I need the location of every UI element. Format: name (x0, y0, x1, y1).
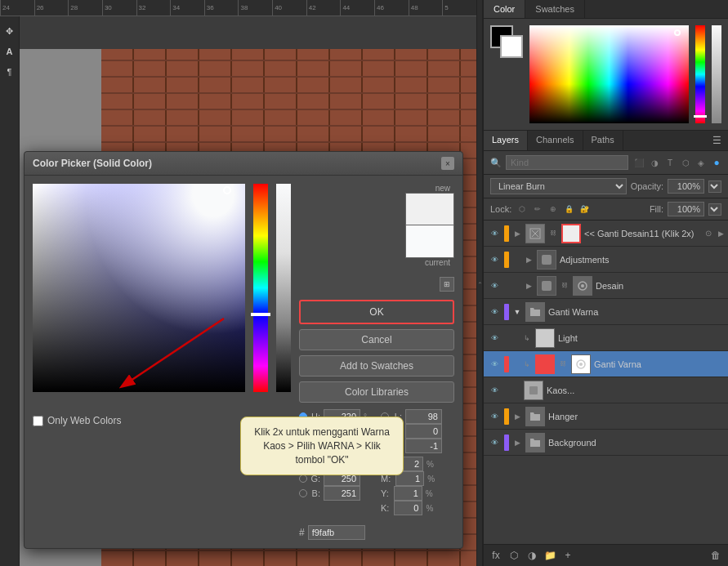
table-row[interactable]: 👁 ↳ ⛓ Ganti Varna (484, 351, 728, 377)
blue-rgb-radio[interactable] (299, 489, 307, 497)
eye-icon[interactable]: 👁 (488, 410, 501, 423)
lock-paint-icon[interactable]: ✏ (531, 203, 544, 216)
current-label: current (425, 258, 450, 267)
expand-icon[interactable]: ▶ (512, 229, 522, 238)
table-row[interactable]: 👁 ▶ Adjustments (484, 247, 728, 273)
filter-shape-icon[interactable]: ⬡ (679, 156, 692, 169)
layer-list: 👁 ▶ ⛓ << Ganti Desain11 (Klik 2x) ⊙ ▶ 👁 (484, 221, 728, 544)
paragraph-tool-btn[interactable]: ¶ (2, 64, 18, 80)
eye-icon[interactable]: 👁 (488, 332, 501, 345)
table-row[interactable]: 👁 ▶ ⛓ << Ganti Desain11 (Klik 2x) ⊙ ▶ (484, 221, 728, 247)
green-radio[interactable] (299, 475, 307, 483)
add-swatch-icon[interactable]: ⊞ (440, 277, 454, 292)
background-color[interactable] (500, 35, 523, 58)
move-tool-btn[interactable]: ✥ (2, 23, 18, 39)
ruler-mark: 5 (442, 0, 476, 16)
layer-mask-thumbnail (561, 224, 581, 243)
opacity-dropdown[interactable]: ▼ (708, 180, 721, 193)
expand-icon[interactable]: ▶ (524, 281, 534, 291)
add-style-button[interactable]: fx (489, 548, 503, 563)
layers-toolbar: 🔍 ⬛ ◑ T ⬡ ◈ ● (484, 151, 728, 175)
expand-icon[interactable]: ▼ (512, 307, 522, 317)
filter-adjustment-icon[interactable]: ◑ (648, 156, 661, 169)
table-row[interactable]: 👁 Kaos... (484, 377, 728, 403)
blue-rgb-input[interactable] (324, 486, 360, 501)
add-to-swatches-button[interactable]: Add to Swatches (299, 355, 454, 377)
hex-input[interactable] (308, 525, 365, 540)
tab-swatches[interactable]: Swatches (525, 0, 585, 18)
eye-icon[interactable]: 👁 (488, 358, 501, 371)
eye-icon[interactable]: 👁 (488, 279, 501, 292)
dialog-title: Color Picker (Solid Color) (33, 158, 152, 169)
new-layer-button[interactable]: + (561, 548, 575, 563)
filter-toggle-icon[interactable]: ● (710, 156, 723, 169)
tooltip-text: Klik 2x untuk mengganti Warna Kaos > Pil… (254, 426, 390, 466)
spectrum-white-overlay (529, 25, 689, 84)
layer-thumbnail (535, 354, 555, 374)
lock-move-icon[interactable]: 🔒 (562, 203, 575, 216)
lock-transparent-icon[interactable]: ⬡ (516, 203, 529, 216)
ruler-mark: 48 (409, 0, 443, 16)
ok-button[interactable]: OK (299, 300, 454, 324)
fill-dropdown[interactable]: ▼ (708, 203, 721, 216)
new-color-swatch[interactable] (405, 193, 454, 225)
K-input[interactable] (394, 501, 422, 515)
alpha-slider[interactable] (276, 184, 291, 392)
tab-layers[interactable]: Layers (484, 131, 528, 150)
ruler-mark: 42 (306, 0, 341, 16)
current-color-swatch[interactable] (405, 225, 454, 258)
table-row[interactable]: 👁 ▶ ⛓ Desain (484, 273, 728, 299)
opacity-input[interactable] (668, 179, 704, 194)
Y-input[interactable] (394, 486, 422, 501)
tab-color[interactable]: Color (484, 0, 525, 18)
new-fill-button[interactable]: ◑ (525, 548, 539, 563)
eye-icon[interactable]: 👁 (488, 384, 501, 397)
color-spectrum[interactable] (529, 25, 689, 123)
new-group-button[interactable]: 📁 (543, 548, 557, 563)
gradient-cursor (223, 186, 231, 194)
b-lab-input[interactable] (405, 439, 442, 453)
filter-type-icon[interactable]: T (663, 156, 677, 169)
blend-mode-select[interactable]: Linear Burn (490, 178, 627, 194)
lock-all-icon[interactable]: 🔐 (578, 203, 591, 216)
table-row[interactable]: 👁 ↳ Light (484, 325, 728, 351)
table-row[interactable]: 👁 ▶ Background (484, 430, 728, 456)
hue-slider[interactable] (253, 184, 268, 392)
lock-artboards-icon[interactable]: ⊕ (547, 203, 560, 216)
add-mask-button[interactable]: ⬡ (507, 548, 521, 563)
kind-filter-input[interactable] (506, 155, 628, 170)
filter-pixel-icon[interactable]: ⬛ (632, 156, 645, 169)
delete-layer-button[interactable]: 🗑 (708, 548, 723, 563)
dialog-close-button[interactable]: × (441, 157, 454, 170)
expand-icon[interactable]: ▶ (512, 438, 522, 448)
only-web-colors-checkbox[interactable] (33, 416, 43, 426)
expand-icon[interactable]: ▶ (512, 412, 522, 421)
layer-thumbnail (525, 407, 545, 426)
filter-smart-icon[interactable]: ◈ (695, 156, 708, 169)
type-tool-btn[interactable]: A (2, 43, 18, 60)
eye-icon[interactable]: 👁 (488, 436, 501, 449)
fill-input[interactable] (668, 202, 704, 216)
a-input[interactable] (405, 424, 442, 439)
color-libraries-button[interactable]: Color Libraries (299, 381, 454, 403)
layers-menu-button[interactable]: ☰ (706, 131, 728, 150)
cancel-button[interactable]: Cancel (299, 329, 454, 350)
table-row[interactable]: 👁 ▼ Ganti Warna (484, 299, 728, 325)
spectrum-cursor (674, 29, 681, 36)
lock-icons: ⬡ ✏ ⊕ 🔒 🔐 (516, 203, 591, 216)
hue-bar-right[interactable] (695, 25, 705, 123)
tab-paths[interactable]: Paths (583, 131, 623, 150)
layer-options-icon[interactable]: ⊙ (702, 227, 715, 240)
eye-icon[interactable]: 👁 (488, 253, 501, 266)
color-gradient[interactable] (33, 184, 245, 392)
tab-channels[interactable]: Channels (528, 131, 583, 150)
L-input[interactable] (405, 409, 442, 424)
expand-icon[interactable]: ▶ (524, 255, 534, 265)
eye-icon[interactable]: 👁 (488, 305, 501, 319)
layer-thumbnail (524, 381, 543, 400)
alpha-bar-right[interactable] (712, 25, 721, 123)
table-row[interactable]: 👁 ▶ Hanger (484, 403, 728, 430)
eye-icon[interactable]: 👁 (488, 227, 501, 240)
layer-name: Ganti Varna (594, 359, 724, 369)
panel-collapse-handle[interactable]: ‹ (476, 0, 483, 566)
